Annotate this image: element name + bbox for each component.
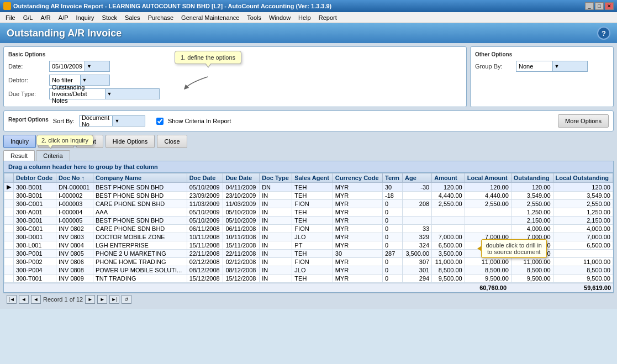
table-cell: MYR — [333, 275, 382, 283]
table-cell: 2,150.00 — [511, 217, 553, 225]
col-amount[interactable]: Amount — [432, 173, 465, 183]
menu-tools[interactable]: Tools — [244, 14, 265, 22]
menu-file[interactable]: File — [2, 14, 19, 22]
app-icon — [3, 2, 11, 10]
col-outstanding[interactable]: Outstanding — [511, 173, 553, 183]
group-by-arrow[interactable]: ▼ — [552, 61, 588, 71]
inquiry-button[interactable]: Inquiry — [3, 135, 36, 148]
table-cell: 0 — [383, 266, 403, 275]
page-header: Outstanding A/R Invoice ? — [0, 23, 617, 43]
col-debtor-code[interactable]: Debtor Code — [14, 173, 56, 183]
callout-define-options: 1. define the options — [175, 51, 241, 64]
nav-first-button[interactable]: |◄ — [7, 295, 17, 304]
menu-help[interactable]: Help — [295, 14, 314, 22]
close-button[interactable]: ✕ — [605, 2, 614, 10]
menu-report[interactable]: Report — [315, 14, 340, 22]
callout-2-text: 2. click on Inquiry — [41, 137, 88, 144]
col-company-name[interactable]: Company Name — [93, 173, 187, 183]
menu-stock[interactable]: Stock — [99, 14, 121, 22]
row-selector — [4, 200, 14, 208]
menu-bar: File G/L A/R A/P Inquiry Stock Sales Pur… — [0, 12, 617, 23]
table-cell: INV 0803 — [56, 233, 93, 241]
col-doc-type[interactable]: Doc Type — [260, 173, 292, 183]
table-row[interactable]: 300-P004INV 0808POWER UP MOBILE SOLUTI..… — [4, 266, 613, 275]
table-row[interactable]: 300-C001INV 0802CARE PHONE SDN BHD06/11/… — [4, 225, 613, 233]
due-type-select[interactable]: Outstanding Invoice/Debit Notes ▼ — [49, 88, 160, 99]
date-arrow[interactable]: ▼ — [85, 61, 109, 71]
table-row[interactable]: 300-C001I-000003CARE PHONE SDN BHD11/03/… — [4, 200, 613, 208]
table-cell: IN — [260, 225, 292, 233]
menu-window[interactable]: Window — [266, 14, 294, 22]
drill-tooltip: double click to drill into source docume… — [481, 239, 547, 258]
nav-prev2-button[interactable]: ◄ — [31, 295, 41, 304]
table-row[interactable]: ▶300-B001DN-000001BEST PHONE SDN BHD05/1… — [4, 183, 613, 192]
table-cell: 02/12/2008 — [187, 258, 223, 266]
tab-result[interactable]: Result — [3, 150, 35, 161]
col-local-amount[interactable]: Local Amount — [465, 173, 511, 183]
col-local-outstanding[interactable]: Local Outstanding — [553, 173, 613, 183]
minimize-button[interactable]: _ — [585, 2, 594, 10]
table-cell: 208 — [403, 200, 432, 208]
nav-prev-button[interactable]: ◄ — [19, 295, 29, 304]
tab-criteria[interactable]: Criteria — [36, 150, 70, 161]
sort-by-arrow[interactable]: ▼ — [112, 116, 145, 126]
menu-sales[interactable]: Sales — [122, 14, 144, 22]
table-cell: 8,500.00 — [465, 266, 511, 275]
group-by-label: Group By: — [475, 63, 514, 70]
show-criteria-checkbox[interactable] — [156, 118, 164, 125]
table-row[interactable]: 300-T001INV 0809TNT TRADING15/12/200815/… — [4, 275, 613, 283]
table-row[interactable]: 300-A001I-000004AAA05/10/200905/10/2009I… — [4, 208, 613, 217]
col-term[interactable]: Term — [383, 173, 403, 183]
col-doc-no[interactable]: Doc No ↑ — [56, 173, 93, 183]
table-cell: DN — [260, 183, 292, 192]
col-doc-date[interactable]: Doc Date — [187, 173, 223, 183]
help-button[interactable]: ? — [597, 27, 610, 40]
col-currency-code[interactable]: Currency Code — [333, 173, 382, 183]
window-controls[interactable]: _ □ ✕ — [585, 2, 614, 10]
sort-by-select[interactable]: Document No ▼ — [79, 115, 145, 126]
table-cell: 9,500.00 — [511, 275, 553, 283]
table-cell: 11,000.00 — [432, 258, 465, 266]
col-due-date[interactable]: Due Date — [223, 173, 260, 183]
table-cell — [432, 208, 465, 217]
table-cell: DN-000001 — [56, 183, 93, 192]
table-cell: TEH — [292, 192, 333, 200]
due-type-row: Due Type: Outstanding Invoice/Debit Note… — [8, 88, 462, 99]
table-cell: PT — [292, 241, 333, 250]
col-sales-agent[interactable]: Sales Agent — [292, 173, 333, 183]
nav-refresh-button[interactable]: ↺ — [122, 295, 131, 304]
menu-gl[interactable]: G/L — [20, 14, 36, 22]
table-cell: 2,550.00 — [553, 200, 613, 208]
date-input[interactable]: 05/10/2009 ▼ — [49, 61, 110, 72]
table-row[interactable]: 300-P002INV 0806PHONE HOME TRADING02/12/… — [4, 258, 613, 266]
table-cell: MYR — [333, 233, 382, 241]
hide-options-button[interactable]: Hide Options — [106, 135, 155, 148]
more-options-button[interactable]: More Options — [558, 114, 609, 128]
due-type-arrow[interactable]: ▼ — [105, 89, 160, 99]
menu-general-maintenance[interactable]: General Maintenance — [178, 14, 242, 22]
menu-inquiry[interactable]: Inquiry — [73, 14, 98, 22]
menu-ap[interactable]: A/P — [55, 14, 72, 22]
table-row[interactable]: 300-B001I-000002BEST PHONE SDN BHD23/09/… — [4, 192, 613, 200]
title-bar-text: Outstanding AR Invoice Report - LEARNING… — [13, 3, 331, 9]
nav-next2-button[interactable]: ► — [97, 295, 107, 304]
menu-purchase[interactable]: Purchase — [145, 14, 177, 22]
table-cell: 30 — [383, 183, 403, 192]
close-button-toolbar[interactable]: Close — [157, 135, 187, 148]
table-cell: 15/12/2008 — [187, 275, 223, 283]
nav-next-button[interactable]: ► — [85, 295, 95, 304]
callout-arrow-1 — [180, 74, 213, 91]
menu-ar[interactable]: A/R — [37, 14, 54, 22]
table-cell: 4,440.00 — [465, 192, 511, 200]
table-cell: TEH — [292, 275, 333, 283]
table-row[interactable]: 300-B001I-000005BEST PHONE SDN BHD05/10/… — [4, 217, 613, 225]
table-cell: I-000004 — [56, 208, 93, 217]
table-cell: MYR — [333, 200, 382, 208]
table-cell: 287 — [383, 250, 403, 258]
nav-last-button[interactable]: ►| — [109, 295, 119, 304]
table-cell: 05/10/2009 — [187, 217, 223, 225]
table-cell: 120.00 — [432, 183, 465, 192]
maximize-button[interactable]: □ — [595, 2, 604, 10]
group-by-select[interactable]: None ▼ — [516, 61, 588, 72]
col-age[interactable]: Age — [403, 173, 432, 183]
